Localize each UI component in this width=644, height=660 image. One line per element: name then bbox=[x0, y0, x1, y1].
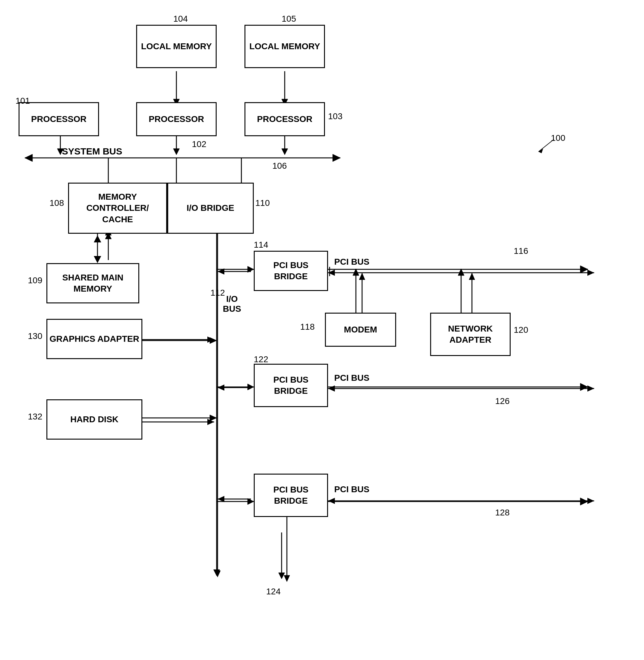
svg-marker-7 bbox=[173, 149, 180, 155]
io-bus-label: I/OBUS bbox=[223, 294, 241, 314]
svg-marker-68 bbox=[207, 419, 214, 425]
svg-marker-59 bbox=[588, 270, 594, 276]
processor-1-box: PROCESSOR bbox=[19, 102, 99, 136]
svg-marker-51 bbox=[94, 256, 101, 263]
svg-marker-77 bbox=[328, 498, 335, 504]
ref-106: 106 bbox=[272, 161, 287, 171]
ref-122: 122 bbox=[254, 355, 268, 364]
ref-130: 130 bbox=[28, 331, 42, 341]
svg-marker-64 bbox=[469, 273, 475, 280]
ref-128: 128 bbox=[495, 508, 510, 518]
svg-marker-75 bbox=[217, 496, 224, 502]
ref-124: 124 bbox=[266, 587, 281, 596]
graphics-adapter-box: GRAPHICS ADAPTER bbox=[46, 319, 142, 359]
diagram: 100 LOCAL MEMORY 104 LOCAL MEMORY 105 PR… bbox=[0, 0, 644, 660]
ref-132: 132 bbox=[28, 412, 42, 422]
svg-marker-80 bbox=[284, 575, 290, 582]
processor-2-box: PROCESSOR bbox=[136, 102, 216, 136]
svg-marker-66 bbox=[207, 337, 214, 343]
ref-103: 103 bbox=[328, 111, 343, 121]
ref-109: 109 bbox=[28, 275, 42, 286]
ref-118: 118 bbox=[300, 322, 315, 332]
io-bridge-box: I/O BRIDGE bbox=[167, 183, 254, 234]
svg-marker-78 bbox=[588, 498, 594, 504]
ref-120: 120 bbox=[514, 325, 528, 335]
ref-105: 105 bbox=[282, 14, 296, 24]
system-bus-label: SYSTEM BUS bbox=[62, 146, 122, 157]
ref-101: 101 bbox=[16, 96, 30, 106]
ref-108: 108 bbox=[49, 198, 64, 208]
modem-box: MODEM bbox=[325, 313, 396, 347]
svg-marker-12 bbox=[333, 154, 340, 162]
network-adapter-box: NETWORK ADAPTER bbox=[430, 313, 511, 356]
local-memory-2-box: LOCAL MEMORY bbox=[245, 25, 325, 68]
ref-114: 114 bbox=[254, 240, 268, 250]
ref-126: 126 bbox=[495, 396, 510, 406]
svg-marker-52 bbox=[94, 235, 101, 243]
svg-marker-56 bbox=[217, 268, 224, 275]
local-memory-1-box: LOCAL MEMORY bbox=[136, 25, 216, 68]
pci-bus-1-label: PCI BUS bbox=[334, 257, 369, 267]
svg-marker-70 bbox=[217, 385, 224, 391]
pci-bus-3-label: PCI BUS bbox=[334, 484, 369, 494]
ref-104: 104 bbox=[173, 14, 188, 24]
ref-100-arrow bbox=[532, 136, 557, 155]
ref-110: 110 bbox=[255, 198, 270, 208]
pci-bus-bridge-3-box: PCI BUSBRIDGE bbox=[254, 474, 328, 517]
processor-3-box: PROCESSOR bbox=[245, 102, 325, 136]
ref-102: 102 bbox=[192, 139, 206, 149]
svg-marker-62 bbox=[359, 273, 365, 280]
svg-line-47 bbox=[538, 139, 554, 152]
memory-controller-box: MEMORY CONTROLLER/CACHE bbox=[68, 183, 167, 234]
ref-116: 116 bbox=[514, 246, 528, 256]
shared-main-memory-box: SHARED MAIN MEMORY bbox=[46, 263, 139, 303]
svg-marker-11 bbox=[25, 154, 32, 162]
pci-bus-bridge-1-box: PCI BUSBRIDGE bbox=[254, 251, 328, 291]
svg-marker-9 bbox=[282, 149, 288, 155]
hard-disk-box: HARD DISK bbox=[46, 399, 142, 439]
svg-marker-73 bbox=[588, 385, 594, 392]
pci-bus-bridge-2-box: PCI BUSBRIDGE bbox=[254, 364, 328, 407]
svg-marker-72 bbox=[328, 385, 335, 392]
svg-marker-54 bbox=[214, 571, 221, 577]
pci-bus-2-label: PCI BUS bbox=[334, 373, 369, 383]
